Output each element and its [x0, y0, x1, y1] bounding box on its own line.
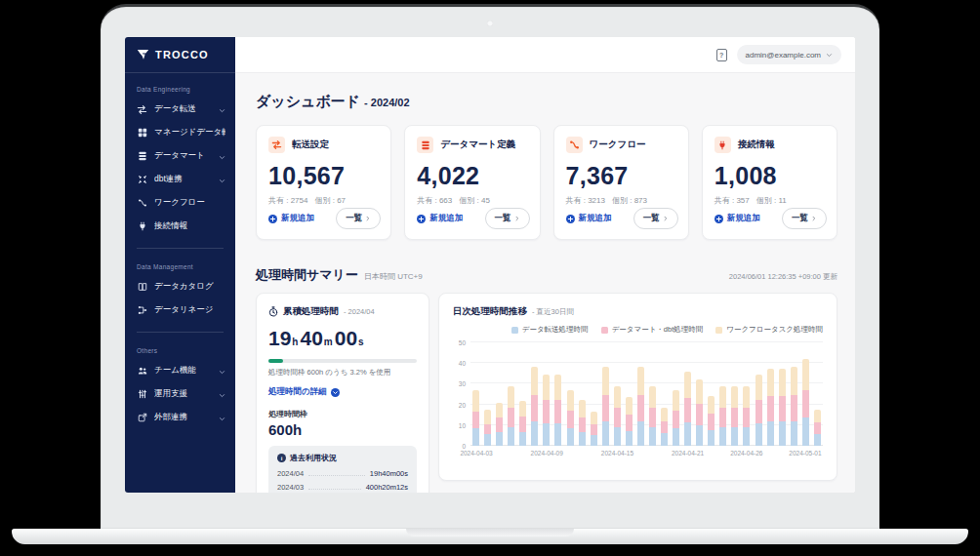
trocco-logo-icon — [137, 49, 149, 61]
logo[interactable]: TROCCO — [125, 37, 235, 73]
list-button[interactable]: 一覧 — [336, 208, 381, 229]
help-manual-icon[interactable] — [716, 49, 727, 61]
sidebar-item-operations[interactable]: 運用支援 — [125, 382, 235, 406]
bar-segment — [708, 396, 715, 414]
bar-segment — [626, 415, 633, 431]
add-new-button[interactable]: 新規追加 — [268, 213, 314, 224]
sidebar-item-data-lineage[interactable]: データリネージ — [125, 298, 235, 322]
bar-segment — [484, 424, 491, 435]
chevron-down-icon — [219, 368, 225, 375]
stacked-bar — [531, 342, 538, 446]
sidebar: TROCCO Data Engineering データ転送 — [125, 37, 235, 493]
stat-card-meta: 共有 : 663個別 : 45 — [417, 195, 527, 206]
bar-segment — [779, 421, 786, 446]
stacked-bar — [743, 342, 750, 446]
stat-card-title: 接続情報 — [738, 139, 775, 151]
summary-timezone: 日本時間 UTC+9 — [364, 272, 423, 281]
stat-card-title: データマート定義 — [440, 139, 515, 151]
sidebar-item-managed-data-transfer[interactable]: マネージドデータ転送 — [125, 121, 235, 144]
lineage-icon — [137, 305, 147, 316]
list-button[interactable]: 一覧 — [633, 208, 678, 229]
sidebar-item-label: 外部連携 — [154, 412, 212, 423]
bar-segment — [554, 423, 561, 446]
sidebar-item-external[interactable]: 外部連携 — [125, 406, 235, 429]
account-menu[interactable]: admin@example.com — [737, 45, 841, 64]
add-new-button[interactable]: 新規追加 — [715, 213, 760, 224]
chevron-right-icon — [811, 215, 817, 222]
bar-segment — [543, 375, 550, 401]
summary-title: 処理時間サマリー — [256, 267, 358, 282]
stacked-bar — [508, 342, 514, 446]
x-tick-label: 2024-05-01 — [789, 450, 821, 457]
stacked-bar — [567, 342, 574, 446]
list-button[interactable]: 一覧 — [485, 208, 530, 229]
nav-section-label: Data Management — [125, 251, 235, 275]
bar-segment — [637, 395, 644, 421]
add-new-button[interactable]: 新規追加 — [417, 213, 463, 224]
sidebar-item-datamart[interactable]: データマート — [125, 144, 235, 168]
laptop-base-notch — [406, 529, 574, 536]
bar-segment — [496, 403, 503, 418]
x-tick-label: 2024-04-15 — [601, 450, 633, 457]
bar-segment — [791, 367, 797, 395]
sidebar-item-team[interactable]: チーム機能 — [125, 359, 235, 382]
sidebar-item-connections[interactable]: 接続情報 — [125, 215, 235, 238]
stacked-bar — [496, 342, 503, 446]
bar-segment — [496, 417, 503, 432]
chart-subtitle: - 直近30日間 — [532, 307, 574, 317]
usage-history-row: 2024/0419h40m00s — [277, 469, 408, 478]
bar-segment — [508, 408, 514, 427]
bar-segment — [579, 432, 586, 446]
stat-card-connections: 接続情報 1,008 共有 : 357個別 : 11 新規追加 — [702, 125, 837, 240]
x-tick-label: 2024-04-03 — [460, 450, 492, 457]
stat-card-value: 4,022 — [417, 162, 527, 190]
stacked-bar — [637, 342, 644, 446]
y-tick-label: 30 — [459, 380, 466, 387]
stopwatch-icon — [268, 306, 278, 317]
usage-progress-fill — [268, 359, 283, 363]
bar-segment — [814, 422, 821, 435]
bar-segment — [731, 427, 738, 446]
bar-segment — [496, 432, 503, 446]
bar-segment — [579, 417, 586, 432]
laptop-lid: TROCCO Data Engineering データ転送 — [101, 4, 879, 529]
time-details-link[interactable]: 処理時間の詳細 — [268, 386, 417, 398]
stat-card-value: 1,008 — [715, 162, 825, 190]
bar-segment — [779, 396, 786, 420]
cumulative-time-title: 累積処理時間 — [283, 305, 339, 318]
stat-card-transfer-settings: 転送設定 10,567 共有 : 2754個別 : 67 新規追加 — [256, 125, 391, 240]
sidebar-item-data-catalog[interactable]: データカタログ — [125, 275, 235, 298]
sidebar-item-data-transfer[interactable]: データ転送 — [125, 98, 235, 121]
stat-cards-row: 転送設定 10,567 共有 : 2754個別 : 67 新規追加 — [256, 125, 837, 240]
bar-segment — [637, 421, 644, 446]
plug-icon — [137, 221, 147, 232]
chevron-right-icon — [365, 215, 371, 222]
sidebar-item-dbt[interactable]: dbt連携 — [125, 168, 235, 191]
main-content: ダッシュボード- 2024/02 転送設定 10,567 共有 : 2754個別… — [235, 73, 855, 493]
database-icon — [417, 137, 433, 153]
bar-segment — [614, 386, 621, 408]
list-button[interactable]: 一覧 — [782, 208, 827, 229]
stacked-bar — [684, 342, 691, 446]
bar-segment — [755, 375, 762, 401]
bar-segment — [519, 401, 526, 417]
time-frame-label: 処理時間枠 — [268, 409, 417, 419]
bar-segment — [519, 432, 526, 446]
plug-icon — [715, 137, 731, 153]
sidebar-item-label: チーム機能 — [154, 365, 212, 377]
sidebar-item-label: 運用支援 — [154, 388, 212, 400]
bar-segment — [696, 425, 703, 446]
bar-segment — [802, 390, 809, 418]
daily-processing-chart-card: 日次処理時間推移 - 直近30日間 データ転送処理時間 データマート・dbt処理… — [438, 293, 837, 481]
legend-item: データ転送処理時間 — [511, 325, 589, 335]
chevron-down-icon — [219, 415, 225, 421]
bar-segment — [602, 421, 609, 446]
sidebar-item-workflow[interactable]: ワークフロー — [125, 191, 235, 215]
chevron-down-icon — [219, 391, 225, 398]
bar-segment — [484, 410, 491, 424]
workflow-icon — [137, 198, 147, 209]
stacked-bar — [779, 342, 786, 446]
bar-segment — [508, 386, 514, 408]
add-new-button[interactable]: 新規追加 — [566, 213, 612, 224]
stacked-bar — [814, 342, 821, 446]
